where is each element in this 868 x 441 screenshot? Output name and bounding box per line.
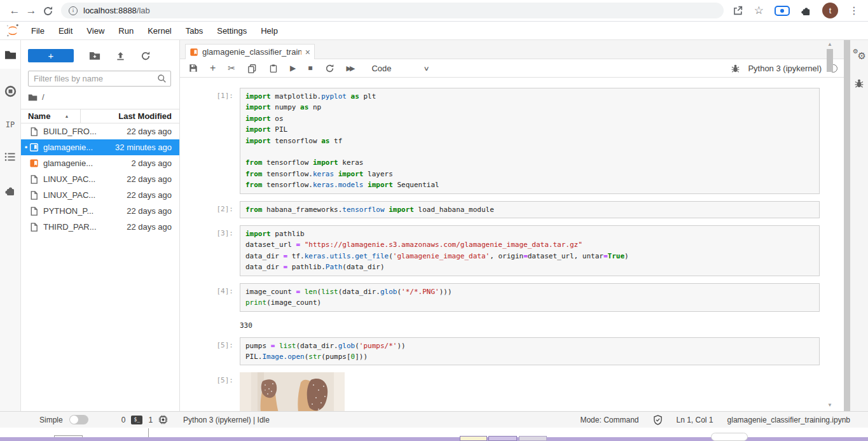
notebook-cell: [4]:image_count = len(list(data_dir.glob… [180, 283, 820, 312]
notebook-scrollbar[interactable]: ▲ ▼ [826, 41, 834, 409]
right-sidebar-tabs: ⚙ ⚙ [850, 40, 868, 411]
sidebar-tab-filebrowser[interactable] [0, 40, 20, 69]
sidebar-tab-extensions[interactable] [4, 176, 16, 205]
file-list-header: Name ▲ Last Modified [21, 109, 179, 123]
extensions-puzzle-icon[interactable] [801, 5, 811, 16]
file-name: LINUX_PAC... [43, 174, 127, 184]
restart-run-all-button[interactable]: ▶▶ [347, 64, 354, 73]
debugger-panel-bug-icon[interactable] [854, 78, 864, 88]
copy-cells-button[interactable] [247, 64, 257, 73]
search-icon [157, 74, 167, 83]
scroll-down-icon[interactable]: ▼ [827, 402, 832, 409]
browser-reload-icon[interactable] [39, 4, 56, 17]
chevron-down-icon[interactable]: ∨ [423, 65, 429, 72]
output-prompt: [5]: [180, 372, 240, 411]
background-divider-line [148, 428, 149, 437]
sidebar-tab-running[interactable] [4, 76, 17, 106]
file-row[interactable]: • glamagenie...32 minutes ago [21, 139, 179, 155]
cursor-position[interactable]: Ln 1, Col 1 [677, 416, 713, 424]
close-tab-icon[interactable]: × [305, 47, 310, 57]
browser-forward-icon[interactable]: → [23, 4, 39, 17]
menu-settings[interactable]: Settings [210, 22, 254, 40]
new-launcher-button[interactable]: + [28, 49, 74, 62]
menu-file[interactable]: File [24, 22, 52, 40]
file-modified: 22 days ago [127, 206, 179, 216]
upload-icon[interactable] [116, 51, 125, 61]
terminal-icon[interactable]: $_ [131, 416, 142, 424]
file-row[interactable]: LINUX_PAC...22 days ago [21, 187, 179, 203]
refresh-icon[interactable] [141, 51, 151, 61]
scroll-up-icon[interactable]: ▲ [827, 41, 832, 48]
share-icon[interactable] [733, 5, 743, 16]
file-name: glamagenie... [43, 143, 115, 152]
menu-kernel[interactable]: Kernel [141, 22, 179, 40]
file-browser-toolbar: + [21, 40, 179, 62]
menu-view[interactable]: View [79, 22, 111, 40]
file-icon [29, 190, 39, 200]
new-folder-icon[interactable] [89, 51, 100, 60]
add-cell-button[interactable]: + [210, 62, 216, 74]
address-bar[interactable]: i localhost:8888/lab [61, 3, 724, 18]
file-row[interactable]: THIRD_PAR...22 days ago [21, 219, 179, 235]
cut-cells-button[interactable]: ✂ [228, 63, 235, 73]
file-row[interactable]: PYTHON_P...22 days ago [21, 203, 179, 219]
save-button[interactable] [189, 64, 198, 73]
bookmark-star-icon[interactable]: ☆ [754, 4, 764, 17]
sidebar-tab-toc[interactable] [4, 143, 16, 171]
file-row[interactable]: LINUX_PAC...22 days ago [21, 171, 179, 187]
menu-tabs[interactable]: Tabs [179, 22, 210, 40]
code-input[interactable]: from habana_frameworks.tensorflow import… [240, 201, 820, 218]
file-name: BUILD_FRO... [43, 127, 127, 136]
file-icon [29, 222, 39, 232]
home-folder-icon [28, 94, 38, 101]
file-icon [29, 174, 39, 185]
notebook-tab-label: glamagenie_classifier_trainin [202, 47, 301, 57]
running-indicator: • [21, 143, 29, 152]
cell-prompt: [1]: [180, 88, 240, 194]
column-name[interactable]: Name [21, 111, 50, 121]
scrollbar-thumb[interactable] [827, 49, 833, 72]
code-input[interactable]: pumps = list(data_dir.glob('pumps/*'))PI… [240, 337, 820, 366]
profile-avatar[interactable]: t [822, 3, 838, 18]
property-inspector-gears-icon[interactable]: ⚙ ⚙ [853, 50, 865, 62]
kernel-status-text[interactable]: Python 3 (ipykernel) | Idle [183, 416, 270, 424]
menu-run[interactable]: Run [111, 22, 141, 40]
media-control-icon[interactable] [775, 6, 790, 16]
background-fragment [519, 436, 547, 441]
filter-files-input[interactable] [34, 74, 157, 83]
file-modified: 32 minutes ago [115, 143, 179, 152]
file-name: glamagenie... [43, 158, 131, 168]
file-row[interactable]: glamagenie...2 days ago [21, 155, 179, 171]
cell-output-text: 330 [240, 319, 252, 330]
menu-edit[interactable]: Edit [52, 22, 79, 40]
kernel-chip-icon[interactable] [158, 415, 168, 424]
code-input[interactable]: import pathlibdataset_url = "https://gla… [240, 225, 820, 276]
code-input[interactable]: import matplotlib.pyplot as pltimport nu… [240, 88, 820, 194]
column-last-modified[interactable]: Last Modified [81, 111, 179, 121]
run-cell-button[interactable]: ▶ [290, 64, 296, 73]
kernel-name[interactable]: Python 3 (ipykernel) [748, 64, 822, 73]
file-icon [29, 206, 39, 216]
file-modified: 22 days ago [127, 174, 179, 184]
simple-mode-toggle[interactable] [69, 415, 88, 424]
debugger-bug-icon[interactable] [731, 64, 740, 73]
kernel-controls: Python 3 (ipykernel) [731, 64, 837, 73]
paste-cells-button[interactable] [269, 64, 278, 73]
site-info-icon[interactable]: i [69, 6, 78, 15]
interrupt-kernel-button[interactable]: ■ [308, 64, 312, 73]
sidebar-tab-ipython[interactable]: IP [6, 111, 15, 138]
terminals-count[interactable]: 0 [121, 416, 126, 424]
menu-help[interactable]: Help [254, 22, 285, 40]
cell-prompt: [4]: [180, 283, 240, 312]
file-row[interactable]: BUILD_FRO...22 days ago [21, 123, 179, 139]
browser-menu-icon[interactable]: ⋮ [849, 4, 859, 17]
command-mode-indicator[interactable]: Mode: Command [580, 416, 638, 424]
right-panel-divider[interactable] [844, 40, 850, 411]
cell-type-dropdown[interactable]: Code [371, 64, 391, 73]
browser-back-icon[interactable]: ← [6, 4, 23, 17]
kernels-count[interactable]: 1 [148, 416, 153, 424]
restart-kernel-button[interactable] [325, 64, 334, 73]
notebook-tab[interactable]: glamagenie_classifier_trainin × [185, 44, 315, 59]
breadcrumb[interactable]: / [21, 87, 179, 106]
code-input[interactable]: image_count = len(list(data_dir.glob('*/… [240, 283, 820, 312]
